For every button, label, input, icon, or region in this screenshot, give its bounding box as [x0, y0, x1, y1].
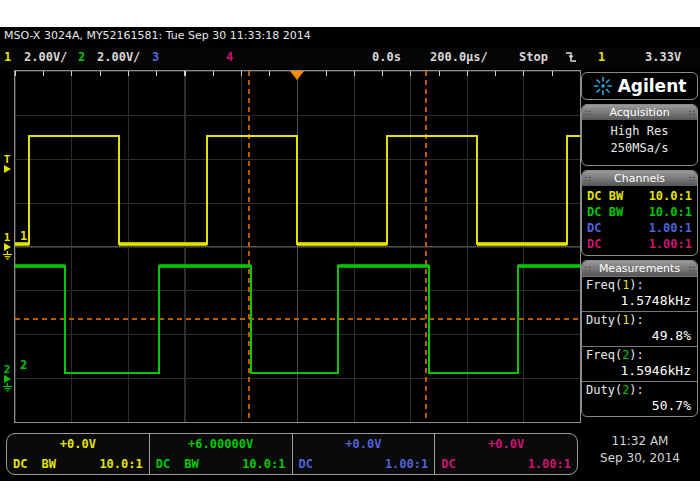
- trigger-level-marker[interactable]: T: [0, 155, 14, 173]
- ch4-number[interactable]: 4: [226, 50, 233, 64]
- bottom-bar: +0.0V DC BW 10.0:1 +6.00000V DC BW 10.0:…: [0, 431, 700, 477]
- meas-name-end: ):: [629, 313, 643, 327]
- ch2-bw-limit: BW: [184, 457, 198, 471]
- acquisition-title: Acquisition: [609, 106, 669, 119]
- ch1-ground-marker[interactable]: 1: [0, 233, 14, 260]
- meas-name: Freq(: [586, 348, 622, 362]
- acquisition-header[interactable]: ∷ Acquisition ∷: [582, 105, 697, 120]
- oscilloscope-screenshot: MSO-X 3024A, MY52161581: Tue Sep 30 11:3…: [0, 0, 700, 500]
- meas-value: 49.8%: [586, 328, 693, 344]
- measurement-duty1: Duty(1): 49.8%: [582, 311, 697, 346]
- meas-value: 1.5946kHz: [586, 363, 693, 379]
- ch1-probe-ratio: 10.0:1: [649, 188, 692, 204]
- grip-dots-icon: ∷: [689, 174, 694, 184]
- ch2-ground-marker[interactable]: 2: [0, 365, 14, 392]
- meas-name: Duty(: [586, 313, 622, 327]
- ch1-ground-label: 1: [4, 231, 11, 244]
- ch1-ground-arrow-icon: [3, 243, 11, 251]
- acquisition-mode: High Res: [582, 123, 697, 140]
- ch4-offset: +0.0V: [435, 437, 577, 451]
- status-bar: 1 2.00V/ 2 2.00V/ 3 4 0.0s 200.0μs/ Stop…: [0, 47, 700, 69]
- ch2-trace-label: 2: [20, 358, 27, 372]
- ch1-coupling-row: DC BW 10.0:1: [582, 188, 697, 204]
- waveform-display: 1 2: [14, 70, 581, 423]
- meas-name-end: ):: [629, 348, 643, 362]
- ch2-probe-ratio: 10.0:1: [242, 457, 285, 471]
- ch3-coupling: DC: [587, 220, 601, 236]
- ch1-scale[interactable]: 2.00V/: [24, 50, 67, 64]
- delay-readout[interactable]: 0.0s: [372, 50, 401, 64]
- trigger-level[interactable]: 3.33V: [645, 50, 681, 64]
- waveform-traces: [15, 71, 580, 422]
- ch2-coupling: DC: [156, 457, 170, 471]
- channel-status-strip: +0.0V DC BW 10.0:1 +6.00000V DC BW 10.0:…: [6, 433, 578, 475]
- trigger-marker-label: T: [4, 153, 11, 166]
- ch4-probe-ratio: 1.00:1: [649, 236, 692, 252]
- ch2-probe-ratio: 10.0:1: [649, 204, 692, 220]
- ch2-ground-label: 2: [4, 363, 11, 376]
- timebase-readout[interactable]: 200.0μs/: [430, 50, 488, 64]
- ch2-offset: +6.00000V: [150, 437, 292, 451]
- ch1-offset: +0.0V: [7, 437, 149, 451]
- ch1-number[interactable]: 1: [4, 50, 11, 64]
- trigger-source[interactable]: 1: [598, 50, 605, 64]
- ch2-coupling: DC BW: [587, 204, 623, 220]
- measurements-header[interactable]: ∷ Measurements ∷: [582, 261, 697, 276]
- grip-dots-icon: ∷: [585, 174, 590, 184]
- date-readout: Sep 30, 2014: [582, 450, 698, 467]
- ch1-trace-label: 1: [20, 229, 27, 243]
- trigger-marker-arrow-icon: [3, 165, 11, 173]
- titlebar-text: MSO-X 3024A, MY52161581: Tue Sep 30 11:3…: [4, 29, 311, 42]
- ch3-number[interactable]: 3: [152, 50, 159, 64]
- ch4-probe-ratio: 1.00:1: [528, 457, 571, 471]
- info-sidebar: Agilent ∷ Acquisition ∷ High Res 250MSa/…: [581, 72, 698, 421]
- ch3-status-box[interactable]: +0.0V DC 1.00:1: [292, 434, 435, 474]
- ch2-ground-arrow-icon: [3, 375, 11, 383]
- channels-panel: ∷ Channels ∷ DC BW 10.0:1 DC BW 10.0:1 D…: [581, 170, 698, 256]
- ch1-coupling: DC: [13, 457, 27, 471]
- ch1-status-box[interactable]: +0.0V DC BW 10.0:1: [7, 434, 149, 474]
- time-readout: 11:32 AM: [582, 433, 698, 450]
- ch3-probe-ratio: 1.00:1: [385, 457, 428, 471]
- ch3-probe-ratio: 1.00:1: [649, 220, 692, 236]
- measurement-duty2: Duty(2): 50.7%: [582, 381, 697, 416]
- channels-header[interactable]: ∷ Channels ∷: [582, 171, 697, 186]
- meas-name: Freq(: [586, 278, 622, 292]
- meas-name-end: ):: [629, 383, 643, 397]
- measurements-title: Measurements: [599, 262, 680, 275]
- oscilloscope-screen: MSO-X 3024A, MY52161581: Tue Sep 30 11:3…: [0, 27, 700, 481]
- ch4-coupling: DC: [441, 457, 455, 471]
- ch1-coupling: DC BW: [587, 188, 623, 204]
- ch3-offset: +0.0V: [293, 437, 435, 451]
- sample-rate: 250MSa/s: [582, 140, 697, 157]
- clock: 11:32 AM Sep 30, 2014: [582, 433, 698, 467]
- ch2-scale[interactable]: 2.00V/: [97, 50, 140, 64]
- acquisition-panel: ∷ Acquisition ∷ High Res 250MSa/s: [581, 104, 698, 166]
- meas-value: 1.5748kHz: [586, 293, 693, 309]
- measurements-panel: ∷ Measurements ∷ Freq(1): 1.5748kHz Duty…: [581, 260, 698, 417]
- grip-dots-icon: ∷: [689, 108, 694, 118]
- agilent-starburst-icon: [593, 76, 613, 96]
- meas-name-end: ):: [629, 278, 643, 292]
- grip-dots-icon: ∷: [585, 264, 590, 274]
- meas-name: Duty(: [586, 383, 622, 397]
- grip-dots-icon: ∷: [689, 264, 694, 274]
- ch1-probe-ratio: 10.0:1: [99, 457, 142, 471]
- ch4-coupling-row: DC 1.00:1: [582, 236, 697, 252]
- ch1-ground-symbol-icon: [2, 251, 13, 260]
- ch4-status-box[interactable]: +0.0V DC 1.00:1: [434, 434, 577, 474]
- ch4-coupling: DC: [587, 236, 601, 252]
- ch2-number[interactable]: 2: [78, 50, 85, 64]
- ch3-coupling: DC: [299, 457, 313, 471]
- meas-value: 50.7%: [586, 398, 693, 414]
- brand-box: Agilent: [581, 72, 698, 100]
- ch2-status-box[interactable]: +6.00000V DC BW 10.0:1: [149, 434, 292, 474]
- measurement-freq2: Freq(2): 1.5946kHz: [582, 346, 697, 381]
- ch2-ground-symbol-icon: [2, 383, 13, 392]
- ch1-bw-limit: BW: [41, 457, 55, 471]
- run-state-badge[interactable]: Stop: [519, 50, 548, 64]
- brand-name: Agilent: [618, 76, 687, 96]
- channels-title: Channels: [614, 172, 665, 185]
- measurement-freq1: Freq(1): 1.5748kHz: [582, 276, 697, 311]
- grip-dots-icon: ∷: [585, 108, 590, 118]
